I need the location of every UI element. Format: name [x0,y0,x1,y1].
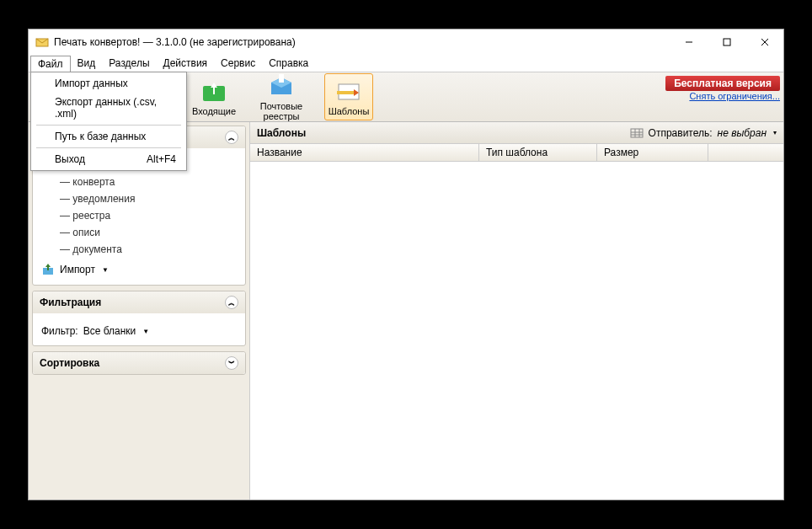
template-icon [335,77,362,104]
maximize-button[interactable] [708,30,745,54]
panel-filter-header[interactable]: Фильтрация ︽ [33,291,245,313]
col-name[interactable]: Название [250,144,479,161]
menu-actions[interactable]: Действия [157,56,215,71]
filter-label: Фильтр: [41,325,78,337]
caret-down-icon: ▼ [142,328,149,335]
menu-exit[interactable]: Выход Alt+F4 [33,150,184,168]
window-title: Печать конвертов! — 3.1.0.0 (не зарегист… [54,36,670,48]
free-version-label: Бесплатная версия [665,76,780,91]
grid-icon [630,126,644,140]
menu-view[interactable]: Вид [71,56,103,71]
panel-filter: Фильтрация ︽ Фильтр: Все бланки ▼ [32,291,246,346]
file-dropdown: Импорт данных Экспорт данных (.csv, .xml… [30,72,187,171]
chevron-up-icon: ︽ [225,296,238,309]
col-size[interactable]: Размер [597,144,708,161]
caret-down-icon: ▼ [102,266,109,274]
svg-rect-8 [279,74,284,83]
menu-separator [36,147,181,148]
create-notification-link[interactable]: — уведомления [41,190,237,207]
menu-import-data[interactable]: Импорт данных [33,74,184,93]
window-controls [670,30,783,54]
panel-sort: Сортировка ︾ [32,351,246,375]
filter-value: Все бланки [83,325,136,337]
toolbar-templates[interactable]: Шаблоны [324,73,373,120]
import-icon [41,263,55,276]
panel-sort-header[interactable]: Сортировка ︾ [33,352,245,374]
caret-down-icon: ▾ [773,129,777,136]
box-icon [268,72,295,99]
create-registry-link[interactable]: — реестра [41,207,237,224]
chevron-up-icon: ︽ [225,131,238,144]
create-document-link[interactable]: — документа [41,241,237,258]
content-area: Шаблоны Отправитель: не выбран ▾ Названи… [249,122,783,500]
create-inventory-link[interactable]: — описи [41,224,237,241]
toolbar-incoming[interactable]: Входящие [190,74,238,120]
titlebar: Печать конвертов! — 3.1.0.0 (не зарегист… [29,29,783,55]
sender-value: не выбран [718,127,767,139]
menubar: Файл Вид Разделы Действия Сервис Справка [29,55,783,72]
menu-export-data[interactable]: Экспорт данных (.csv, .xml) [33,93,184,123]
create-envelope-link[interactable]: — конверта [41,174,237,190]
minimize-button[interactable] [670,30,708,54]
folder-in-icon [200,77,227,104]
svg-rect-10 [337,91,354,94]
app-icon [35,35,49,49]
menu-db-path[interactable]: Путь к базе данных [33,127,184,146]
filter-selector[interactable]: Фильтр: Все бланки ▼ [41,325,237,337]
svg-rect-14 [631,129,643,137]
import-dropdown[interactable]: Импорт ▼ [41,263,237,276]
shortcut-label: Alt+F4 [147,153,176,165]
free-version-badge: Бесплатная версия Снять ограничения... [665,76,780,101]
close-button[interactable] [745,30,783,54]
table-header: Название Тип шаблона Размер [250,144,783,162]
chevron-down-icon: ︾ [225,356,238,370]
remove-restrictions-link[interactable]: Снять ограничения... [665,91,780,101]
menu-separator [36,125,181,126]
sender-selector[interactable]: Отправитель: не выбран ▾ [630,126,777,140]
toolbar-registries[interactable]: Почтовые реестры [240,69,323,125]
content-title: Шаблоны [257,127,306,139]
sender-label: Отправитель: [649,127,713,139]
menu-sections[interactable]: Разделы [102,56,156,71]
content-header: Шаблоны Отправитель: не выбран ▾ [250,122,783,144]
col-type[interactable]: Тип шаблона [479,144,597,161]
app-window: Печать конвертов! — 3.1.0.0 (не зарегист… [28,29,784,500]
menu-file[interactable]: Файл [30,56,71,72]
svg-rect-2 [724,39,730,45]
sidebar: ︽ Создать шаблон: — конверта — уведомлен… [29,122,249,500]
table-body [250,162,783,500]
main-body: ︽ Создать шаблон: — конверта — уведомлен… [29,122,783,500]
